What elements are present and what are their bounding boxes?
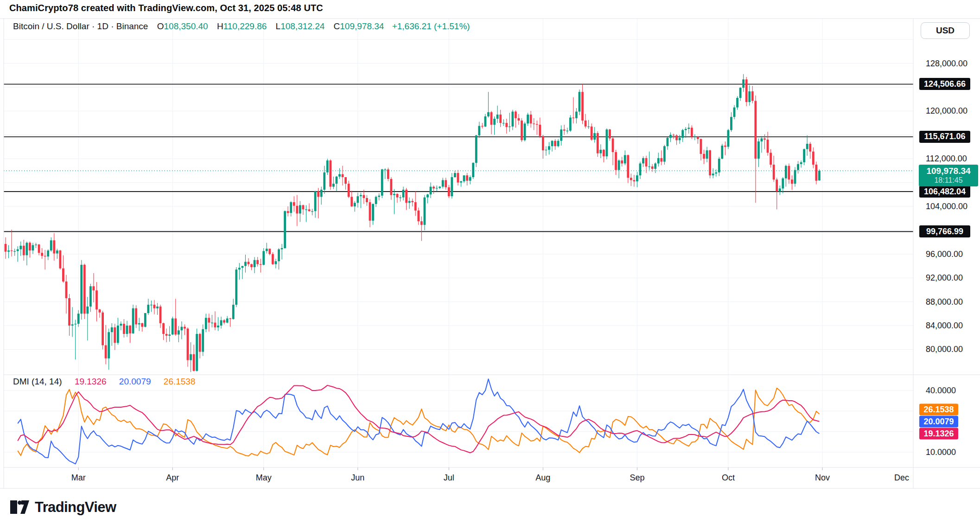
candle <box>490 111 493 134</box>
candle <box>372 204 374 225</box>
candle <box>806 135 808 156</box>
candle <box>511 110 514 130</box>
candle <box>114 324 116 350</box>
bar-countdown-timer: 18:11:45 <box>919 176 978 185</box>
candle <box>481 123 484 128</box>
candle <box>754 96 757 203</box>
candle <box>53 233 55 261</box>
candle <box>44 250 46 269</box>
candle <box>25 242 28 265</box>
candle <box>89 284 92 312</box>
candle <box>636 172 638 187</box>
dmi-title[interactable]: DMI (14, 14) <box>13 377 62 386</box>
candle <box>311 209 313 215</box>
candle <box>442 178 444 188</box>
candle <box>815 162 817 185</box>
candle <box>126 321 128 337</box>
price-level-badge: 99,766.99 <box>919 225 970 237</box>
candle <box>499 110 502 127</box>
candle <box>478 122 480 138</box>
candle <box>393 189 395 214</box>
candle <box>679 135 681 144</box>
candle <box>329 159 331 190</box>
candle <box>260 259 262 273</box>
candle <box>667 137 669 150</box>
open-value: 108,350.40 <box>164 21 208 31</box>
candle <box>794 167 796 186</box>
low-value: 108,312.24 <box>280 21 325 31</box>
candle <box>5 237 7 259</box>
candle <box>205 313 207 332</box>
candle <box>493 116 496 135</box>
candle <box>354 201 356 211</box>
candle <box>235 267 237 307</box>
candle <box>120 321 122 330</box>
month-label-jun: Jun <box>339 473 376 483</box>
candle <box>381 169 383 198</box>
candle <box>496 106 499 123</box>
candle <box>41 248 43 259</box>
candle <box>50 237 52 252</box>
candle <box>344 177 347 190</box>
candle <box>135 305 137 328</box>
candle <box>524 122 526 141</box>
candle <box>694 134 696 140</box>
candle <box>80 260 83 320</box>
candle <box>220 317 223 329</box>
candle <box>256 257 259 267</box>
candle <box>818 169 821 181</box>
candle <box>266 243 268 253</box>
candle <box>487 92 490 117</box>
symbol-title[interactable]: Bitcoin / U.S. Dollar · 1D · Binance <box>13 21 148 31</box>
candle <box>172 317 174 335</box>
candle <box>779 186 781 195</box>
currency-toggle-button[interactable]: USD <box>921 22 970 39</box>
high-label: H <box>217 21 223 31</box>
candle <box>65 275 68 314</box>
candle <box>536 121 538 135</box>
candle <box>800 160 802 167</box>
candle <box>430 183 432 198</box>
candle <box>86 297 89 340</box>
tradingview-logo[interactable]: TradingView <box>9 499 116 516</box>
candle <box>208 313 210 332</box>
candle <box>238 263 241 280</box>
price-level-lines[interactable] <box>4 84 913 231</box>
candle <box>748 85 751 106</box>
candle <box>433 186 435 194</box>
candle <box>250 263 253 270</box>
candle <box>23 240 25 261</box>
tradingview-chart-page: ChamiCrypto78 created with TradingView.c… <box>0 0 980 531</box>
month-label-mar: Mar <box>60 473 97 483</box>
candle <box>612 136 614 165</box>
candle <box>591 123 593 141</box>
candle <box>803 148 805 165</box>
candle <box>56 249 58 259</box>
candle <box>411 198 414 206</box>
candle <box>657 153 660 166</box>
candle <box>153 300 156 314</box>
candle <box>29 242 31 258</box>
candle <box>767 132 769 155</box>
candle <box>242 266 244 279</box>
candle <box>566 128 568 134</box>
candle <box>724 141 726 155</box>
candle <box>387 167 389 181</box>
candle <box>402 187 405 201</box>
candle <box>575 108 578 123</box>
candle <box>426 194 429 204</box>
candle <box>336 176 338 191</box>
candle <box>305 205 307 222</box>
dmi-adx-badge: 19.1326 <box>919 428 958 439</box>
candle <box>751 86 754 103</box>
current-price-badge: 109,978.34 18:11:45 <box>919 165 978 186</box>
candle <box>284 211 286 249</box>
candle <box>144 313 146 327</box>
candle <box>742 74 745 92</box>
candle <box>539 117 541 138</box>
candle <box>348 181 350 198</box>
month-label-dec: Dec <box>883 473 920 483</box>
current-price: 109,978.34 <box>919 166 978 176</box>
candlestick-chart-canvas[interactable] <box>0 0 980 531</box>
candle <box>408 198 411 209</box>
